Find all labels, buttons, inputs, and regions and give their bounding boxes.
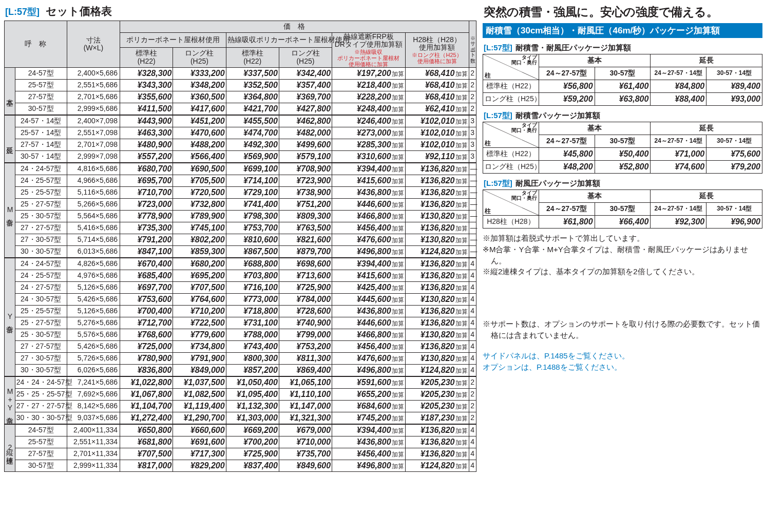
table-row: 25・27-57型5,266×5,686¥723,000¥732,800¥741… <box>5 199 476 211</box>
dimension: 5,416×5,686 <box>67 222 120 234</box>
page-links: サイドパネルは、P.1485をご覧ください。オプションは、P.1488をご覧くだ… <box>483 350 762 373</box>
price-cell: ¥417,600 <box>173 103 226 116</box>
price-cell: ¥798,300 <box>226 211 279 222</box>
price-cell: ¥1,050,400 <box>226 376 279 389</box>
side-ext: 延長 <box>651 122 762 135</box>
model-name: 30・30-57型 <box>15 365 67 377</box>
side-col: 30-57・14型 <box>706 135 762 148</box>
price-cell: ¥713,600 <box>279 270 332 282</box>
price-cell: ¥421,700 <box>226 103 279 116</box>
head-poly: ポリカーボネート屋根材使用 <box>120 33 226 48</box>
category-cell: M+Y合掌 <box>5 376 15 424</box>
model-name: 25-57型 <box>15 436 67 448</box>
dimension: 7,692×5,686 <box>67 389 120 401</box>
link-line: サイドパネルは、P.1485をご覧ください。 <box>483 350 762 362</box>
price-cell: ¥859,300 <box>173 246 226 258</box>
price-cell: ¥802,200 <box>173 234 226 246</box>
price-cell: ¥849,000 <box>173 365 226 377</box>
head-name: 呼 称 <box>5 21 67 68</box>
support-count: 3 <box>469 115 476 127</box>
price-cell: ¥499,600 <box>279 139 332 151</box>
price-cell: ¥753,700 <box>226 222 279 234</box>
package-bar: 耐積雪（30cm相当）・耐風圧（46m/秒）パッケージ加算額 <box>483 23 762 38</box>
table-row: 25-57型2,551×5,686¥343,300¥348,200¥352,50… <box>5 80 476 91</box>
side-price: ¥48,200 <box>539 161 595 174</box>
dimension: 2,400×5,686 <box>67 68 120 80</box>
price-cell: ¥1,321,300 <box>279 412 332 425</box>
side-price: ¥89,400 <box>706 80 762 93</box>
table-row: Y合掌24・24-57型4,826×5,686¥670,400¥680,200¥… <box>5 258 476 270</box>
frp-cell: ¥310,600加算 <box>332 151 405 163</box>
h28-cell: ¥68,410加算 <box>405 91 469 103</box>
frp-cell: ¥218,400加算 <box>332 80 405 91</box>
dimension: 2,701×7,098 <box>67 139 120 151</box>
frp-cell: ¥197,200加算 <box>332 68 405 80</box>
model-name: 24・24-57型 <box>15 258 67 270</box>
table-row: 27・27・27-57型8,142×5,686¥1,104,700¥1,119,… <box>5 401 476 412</box>
side-col: 24～27-57型 <box>539 135 595 148</box>
model-name: 27-57・14型 <box>15 139 67 151</box>
dimension: 9,037×5,686 <box>67 412 120 425</box>
head-support: ※サポート数 <box>469 21 476 68</box>
h28-cell: ¥124,820加算 <box>405 246 469 258</box>
price-cell: ¥681,800 <box>120 436 173 448</box>
diag-header: タイプ間口・奥行柱 <box>483 122 539 148</box>
side-col: 24～27-57型 <box>539 67 595 80</box>
price-cell: ¥708,900 <box>279 163 332 175</box>
head-dim: 寸法(W×L) <box>67 21 120 68</box>
side-col: 24～27-57・14型 <box>651 203 706 216</box>
price-cell: ¥817,000 <box>120 460 173 472</box>
head-heat-poly: 熱線吸収ポリカーボネート屋根材使用 <box>226 33 332 48</box>
dimension: 2,551×7,098 <box>67 127 120 139</box>
side-ext: 延長 <box>651 190 762 203</box>
h28-cell: ¥136,820加算 <box>405 270 469 282</box>
note-line: ※M合掌・Y合掌・M+Y合掌タイプは、耐積雪・耐風圧パッケージはありません。 <box>483 244 762 267</box>
table-row: 25・30-57型5,564×5,686¥778,900¥789,900¥798… <box>5 211 476 222</box>
dimension: 2,999×7,098 <box>67 151 120 163</box>
price-cell: ¥1,119,400 <box>173 401 226 412</box>
price-cell: ¥857,200 <box>226 365 279 377</box>
frp-cell: ¥456,400加算 <box>332 222 405 234</box>
price-cell: ¥879,700 <box>279 246 332 258</box>
price-cell: ¥791,200 <box>120 234 173 246</box>
head-std-1: 標準柱(H22) <box>120 47 173 68</box>
side-price: ¥88,400 <box>651 93 706 106</box>
dimension: 7,241×5,686 <box>67 376 120 389</box>
side-col: 24～27-57型 <box>539 203 595 216</box>
table-row: 24・27-57型5,126×5,686¥697,700¥707,500¥716… <box>5 282 476 294</box>
model-name: 27・27・27-57型 <box>15 401 67 412</box>
h28-cell: ¥205,230加算 <box>405 389 469 401</box>
table-row: 縦2連棟24-57型2,400×11,334¥650,800¥660,600¥6… <box>5 424 476 436</box>
table-row: 30・30-57型6,013×5,686¥847,100¥859,300¥867… <box>5 246 476 258</box>
price-cell: ¥697,700 <box>120 282 173 294</box>
price-cell: ¥728,600 <box>279 306 332 317</box>
model-name: 25・30-57型 <box>15 329 67 341</box>
frp-cell: ¥655,200加算 <box>332 389 405 401</box>
price-cell: ¥753,200 <box>279 341 332 353</box>
price-cell: ¥579,100 <box>279 151 332 163</box>
model-name: 25・25・25-57型 <box>15 389 67 401</box>
head-h28: H28柱（H28）使用加算額※ロング柱（H25）使用価格に加算 <box>405 33 469 68</box>
price-cell: ¥1,104,700 <box>120 401 173 412</box>
price-cell: ¥1,290,700 <box>173 412 226 425</box>
price-cell: ¥784,000 <box>279 294 332 306</box>
price-cell: ¥779,600 <box>173 329 226 341</box>
price-cell: ¥679,000 <box>279 424 332 436</box>
price-cell: ¥660,600 <box>173 424 226 436</box>
model-name: 27-57型 <box>15 91 67 103</box>
note-line: ※加算額は着脱式サポートで算出しています。 <box>483 233 762 244</box>
price-cell: ¥557,200 <box>120 151 173 163</box>
side-price: ¥59,200 <box>539 93 595 106</box>
dimension: 2,999×5,686 <box>67 103 120 116</box>
support-count: 4 <box>469 306 476 317</box>
side-col: 30-57・14型 <box>706 203 762 216</box>
model-name: 30-57・14型 <box>15 151 67 163</box>
price-cell: ¥1,082,500 <box>173 389 226 401</box>
price-cell: ¥342,400 <box>279 68 332 80</box>
price-cell: ¥780,900 <box>120 353 173 365</box>
support-count: 4 <box>469 294 476 306</box>
price-cell: ¥821,600 <box>279 234 332 246</box>
price-cell: ¥800,300 <box>226 353 279 365</box>
dimension: 2,551×11,334 <box>67 436 120 448</box>
table-row: 30-57型2,999×5,686¥411,500¥417,600¥421,70… <box>5 103 476 116</box>
